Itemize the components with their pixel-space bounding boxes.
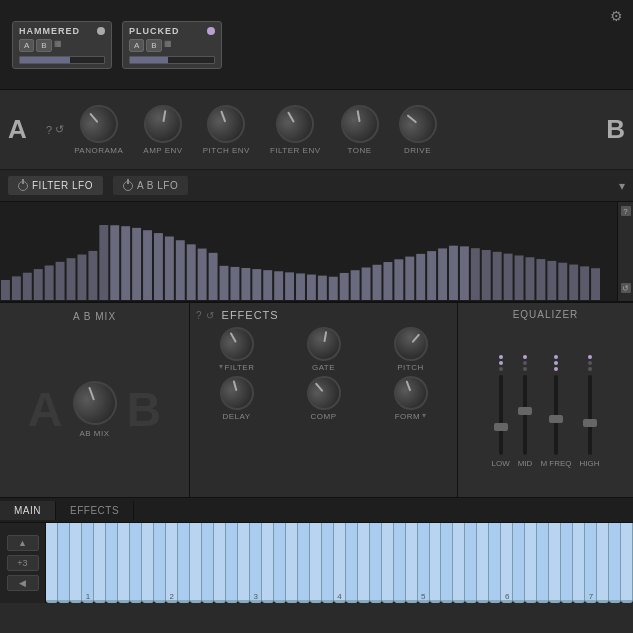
white-key[interactable] bbox=[597, 523, 609, 603]
white-key[interactable] bbox=[82, 523, 94, 603]
comp-knob[interactable] bbox=[300, 369, 348, 417]
effects-question-icon[interactable]: ? bbox=[196, 310, 202, 321]
panorama-knob[interactable] bbox=[72, 97, 126, 151]
effects-tab[interactable]: EFFECTS bbox=[56, 501, 134, 520]
pitch-label: PITCH bbox=[397, 363, 424, 372]
filter-lfo-power-icon[interactable] bbox=[18, 181, 28, 191]
white-key[interactable] bbox=[465, 523, 477, 603]
piano-left-btn[interactable]: ◀ bbox=[7, 575, 39, 591]
white-key[interactable] bbox=[489, 523, 501, 603]
white-key[interactable] bbox=[382, 523, 394, 603]
eq-mfreq-fader[interactable] bbox=[554, 375, 558, 455]
white-key[interactable] bbox=[358, 523, 370, 603]
white-key[interactable] bbox=[142, 523, 154, 603]
white-key[interactable] bbox=[621, 523, 633, 603]
white-key[interactable] bbox=[286, 523, 298, 603]
scroll-loop[interactable]: ↺ bbox=[621, 283, 631, 293]
white-key[interactable] bbox=[585, 523, 597, 603]
white-key[interactable] bbox=[370, 523, 382, 603]
white-key[interactable] bbox=[130, 523, 142, 603]
white-key[interactable] bbox=[178, 523, 190, 603]
white-key[interactable] bbox=[525, 523, 537, 603]
question-icon[interactable]: ? bbox=[46, 124, 52, 136]
hammered-a-btn[interactable]: A bbox=[19, 39, 34, 52]
white-key[interactable] bbox=[322, 523, 334, 603]
tone-knob[interactable] bbox=[338, 101, 382, 145]
white-key[interactable] bbox=[214, 523, 226, 603]
white-key[interactable] bbox=[418, 523, 430, 603]
white-key[interactable] bbox=[430, 523, 442, 603]
gear-icon[interactable]: ⚙ bbox=[610, 8, 623, 24]
white-key[interactable] bbox=[274, 523, 286, 603]
waveform-display[interactable]: ? ↺ bbox=[0, 202, 633, 302]
gate-knob[interactable] bbox=[304, 324, 343, 363]
pitch-env-knob[interactable] bbox=[202, 99, 251, 148]
filter-lfo-tab[interactable]: FILTER LFO bbox=[8, 176, 103, 195]
ab-mix-knob[interactable] bbox=[66, 375, 122, 431]
form-arrow-icon[interactable]: ▾ bbox=[422, 411, 426, 420]
white-key[interactable] bbox=[70, 523, 82, 603]
piano-transpose-btn[interactable]: +3 bbox=[7, 555, 39, 571]
eq-mid-thumb[interactable] bbox=[518, 407, 532, 415]
white-key[interactable] bbox=[513, 523, 525, 603]
white-key[interactable] bbox=[537, 523, 549, 603]
white-key[interactable] bbox=[501, 523, 513, 603]
white-key[interactable] bbox=[298, 523, 310, 603]
eq-low-thumb[interactable] bbox=[494, 423, 508, 431]
effects-header: ? ↺ EFFECTS bbox=[196, 309, 451, 321]
white-key[interactable] bbox=[106, 523, 118, 603]
filter-env-knob[interactable] bbox=[269, 98, 321, 150]
white-key[interactable] bbox=[262, 523, 274, 603]
white-key[interactable] bbox=[609, 523, 621, 603]
main-tab[interactable]: MAIN bbox=[0, 501, 56, 520]
piano-up-btn[interactable]: ▲ bbox=[7, 535, 39, 551]
plucked-b-btn[interactable]: B bbox=[146, 39, 161, 52]
plucked-a-btn[interactable]: A bbox=[129, 39, 144, 52]
white-key[interactable] bbox=[118, 523, 130, 603]
filter-arrow-icon[interactable]: ▾ bbox=[219, 362, 223, 371]
eq-mfreq-label: M FREQ bbox=[540, 459, 571, 468]
instrument-card-plucked[interactable]: PLUCKED A B ▦ bbox=[122, 21, 222, 69]
white-key[interactable] bbox=[250, 523, 262, 603]
scroll-question[interactable]: ? bbox=[621, 206, 631, 216]
white-key[interactable] bbox=[46, 523, 58, 603]
lfo-dropdown-arrow[interactable]: ▾ bbox=[619, 179, 625, 193]
amp-env-knob[interactable] bbox=[141, 101, 185, 145]
white-key[interactable] bbox=[573, 523, 585, 603]
top-header: HAMMERED A B ▦ PLUCKED A B ▦ ⚙ bbox=[0, 0, 633, 90]
white-key[interactable] bbox=[238, 523, 250, 603]
instrument-card-hammered[interactable]: HAMMERED A B ▦ bbox=[12, 21, 112, 69]
white-key[interactable] bbox=[477, 523, 489, 603]
ab-lfo-tab[interactable]: A B LFO bbox=[113, 176, 188, 195]
white-key[interactable] bbox=[549, 523, 561, 603]
white-key[interactable] bbox=[441, 523, 453, 603]
white-key[interactable] bbox=[334, 523, 346, 603]
drive-knob[interactable] bbox=[391, 97, 445, 151]
refresh-icon[interactable]: ↺ bbox=[55, 123, 64, 136]
white-key[interactable] bbox=[453, 523, 465, 603]
white-key[interactable] bbox=[346, 523, 358, 603]
eq-mfreq-thumb[interactable] bbox=[549, 415, 563, 423]
form-knob[interactable] bbox=[389, 371, 433, 415]
ab-lfo-power-icon[interactable] bbox=[123, 181, 133, 191]
white-key[interactable] bbox=[190, 523, 202, 603]
white-key[interactable] bbox=[58, 523, 70, 603]
delay-knob[interactable] bbox=[216, 372, 258, 414]
white-key[interactable] bbox=[226, 523, 238, 603]
eq-high-fader[interactable] bbox=[588, 375, 592, 455]
white-key[interactable] bbox=[202, 523, 214, 603]
waveform-scrollbar[interactable]: ? ↺ bbox=[617, 202, 633, 301]
hammered-b-btn[interactable]: B bbox=[36, 39, 51, 52]
effects-refresh-icon[interactable]: ↺ bbox=[206, 310, 214, 321]
white-key[interactable] bbox=[394, 523, 406, 603]
eq-high-thumb[interactable] bbox=[583, 419, 597, 427]
white-key[interactable] bbox=[94, 523, 106, 603]
white-key[interactable] bbox=[561, 523, 573, 603]
white-key[interactable] bbox=[406, 523, 418, 603]
white-key[interactable] bbox=[166, 523, 178, 603]
white-key[interactable] bbox=[154, 523, 166, 603]
pitch-knob[interactable] bbox=[387, 320, 435, 368]
eq-mid-fader[interactable] bbox=[523, 375, 527, 455]
white-key[interactable] bbox=[310, 523, 322, 603]
eq-low-fader[interactable] bbox=[499, 375, 503, 455]
